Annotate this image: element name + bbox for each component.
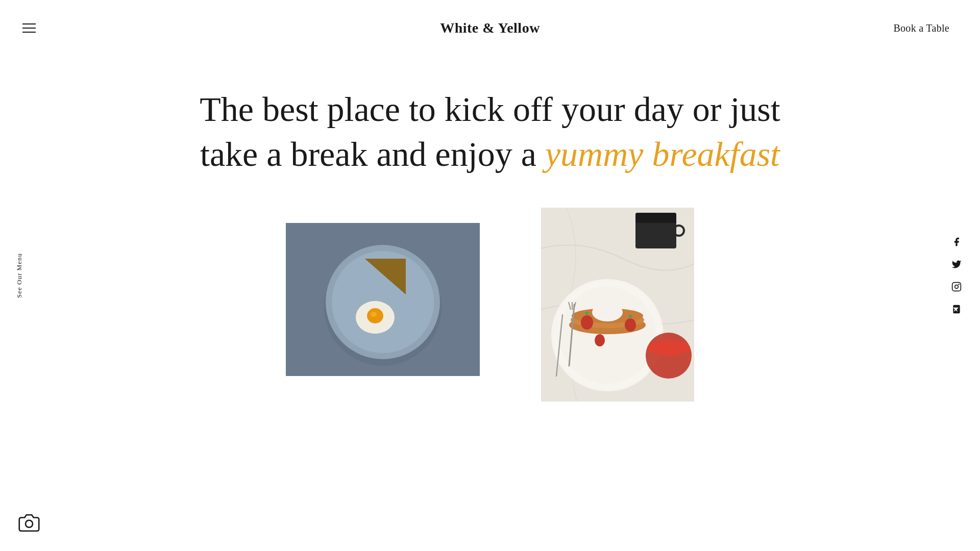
svg-point-16 — [559, 287, 656, 384]
food-image-1 — [286, 223, 480, 376]
svg-point-20 — [592, 303, 623, 321]
food-svg-1 — [286, 223, 480, 376]
svg-point-21 — [581, 315, 593, 330]
main-content: The best place to kick off your day or j… — [0, 0, 980, 402]
facebook-svg — [951, 237, 962, 247]
foursquare-svg — [951, 304, 962, 314]
svg-point-32 — [647, 340, 690, 356]
food-canvas-1 — [286, 223, 480, 376]
right-sidebar — [951, 237, 962, 314]
hero-line-2-normal: take a break and enjoy a — [200, 135, 545, 173]
hero-heading: The best place to kick off your day or j… — [102, 87, 878, 177]
foursquare-icon[interactable] — [951, 304, 962, 314]
menu-line-2 — [22, 28, 36, 29]
instagram-svg — [951, 282, 962, 292]
menu-line-1 — [22, 23, 36, 24]
twitter-svg — [951, 259, 962, 269]
site-title: White & Yellow — [440, 20, 540, 36]
food-svg-2 — [541, 208, 694, 402]
svg-point-9 — [371, 312, 377, 317]
food-image-2 — [541, 208, 694, 402]
hero-highlight: yummy breakfast — [545, 135, 780, 173]
twitter-icon[interactable] — [951, 259, 962, 269]
camera-svg — [18, 512, 40, 534]
camera-icon[interactable] — [18, 512, 40, 536]
svg-point-34 — [955, 285, 959, 289]
hero-line-1: The best place to kick off your day or j… — [200, 90, 780, 129]
facebook-icon[interactable] — [951, 237, 962, 247]
menu-line-3 — [22, 32, 36, 33]
svg-rect-33 — [952, 283, 961, 291]
food-images-section — [0, 208, 980, 402]
svg-point-25 — [595, 334, 605, 346]
svg-point-0 — [26, 520, 33, 528]
svg-point-23 — [625, 318, 636, 332]
hero-section: The best place to kick off your day or j… — [0, 66, 980, 208]
site-header: White & Yellow Book a Table — [0, 0, 980, 56]
food-canvas-2 — [541, 208, 694, 402]
svg-rect-12 — [635, 213, 676, 223]
svg-point-35 — [958, 284, 960, 285]
hamburger-menu-button[interactable] — [18, 19, 40, 37]
book-table-button[interactable]: Book a Table — [893, 22, 949, 34]
instagram-icon[interactable] — [951, 282, 962, 292]
